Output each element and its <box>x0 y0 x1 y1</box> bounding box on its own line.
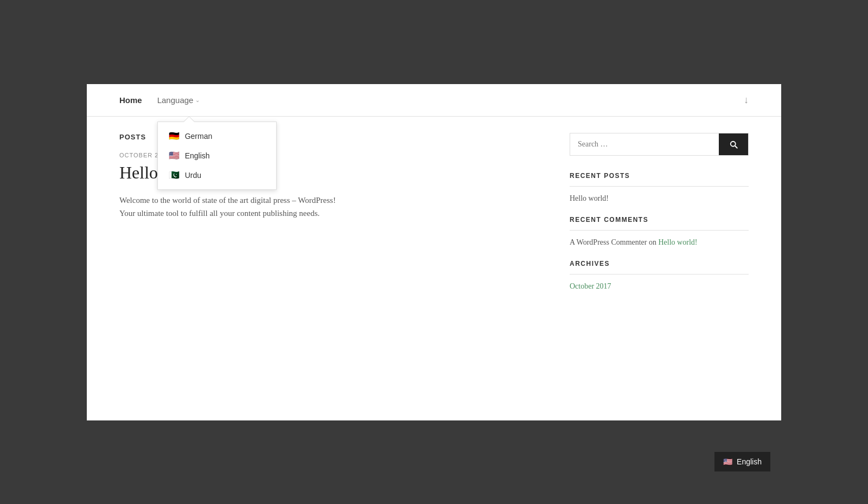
german-label: German <box>185 132 213 141</box>
search-button[interactable] <box>719 133 748 155</box>
recent-comments-title: RECENT COMMENTS <box>570 216 749 224</box>
archive-item[interactable]: October 2017 <box>570 282 749 291</box>
recent-posts-divider <box>570 186 749 187</box>
post-excerpt: Welcome to the world of state of the art… <box>119 194 537 220</box>
german-flag-icon: 🇩🇪 <box>169 132 180 140</box>
recent-comments-section: RECENT COMMENTS A WordPress Commenter on… <box>570 216 749 247</box>
english-badge-flag-icon: 🇺🇸 <box>723 457 732 466</box>
post-excerpt-line2: Your ultimate tool to fulfill all your c… <box>119 209 320 218</box>
archives-divider <box>570 274 749 275</box>
right-sidebar: RECENT POSTS Hello world! RECENT COMMENT… <box>570 133 749 304</box>
recent-comments-divider <box>570 230 749 231</box>
post-excerpt-line1: Welcome to the world of state of the art… <box>119 196 336 205</box>
recent-post-item[interactable]: Hello world! <box>570 194 749 203</box>
archives-title: ARCHIVES <box>570 260 749 267</box>
english-badge-label: English <box>737 457 762 466</box>
archives-section: ARCHIVES October 2017 <box>570 260 749 291</box>
search-input[interactable] <box>570 133 719 155</box>
nav-bar: Home Language ⌄ 🇩🇪 German 🇺🇸 English 🇵🇰 <box>87 84 781 117</box>
language-option-german[interactable]: 🇩🇪 German <box>158 126 276 146</box>
english-label: English <box>185 151 210 160</box>
nav-home-link[interactable]: Home <box>119 95 142 105</box>
language-option-urdu[interactable]: 🇵🇰 Urdu <box>158 165 276 185</box>
urdu-flag-icon: 🇵🇰 <box>169 171 180 179</box>
chevron-down-icon: ⌄ <box>195 97 200 103</box>
nav-language-button[interactable]: Language ⌄ <box>157 95 200 105</box>
recent-posts-section: RECENT POSTS Hello world! <box>570 172 749 203</box>
nav-language-wrapper: Language ⌄ 🇩🇪 German 🇺🇸 English 🇵🇰 Urdu <box>157 95 200 105</box>
comment-post-link[interactable]: Hello world! <box>659 238 698 246</box>
search-bar <box>570 133 749 156</box>
language-dropdown: 🇩🇪 German 🇺🇸 English 🇵🇰 Urdu <box>157 122 277 190</box>
language-option-english[interactable]: 🇺🇸 English <box>158 146 276 165</box>
english-flag-icon: 🇺🇸 <box>169 152 180 160</box>
scroll-down-icon: ↓ <box>744 94 749 106</box>
urdu-label: Urdu <box>185 171 201 180</box>
english-badge[interactable]: 🇺🇸 English <box>714 452 770 471</box>
nav-language-label: Language <box>157 95 194 105</box>
browser-window: Home Language ⌄ 🇩🇪 German 🇺🇸 English 🇵🇰 <box>87 84 781 420</box>
search-icon <box>729 139 738 149</box>
recent-posts-title: RECENT POSTS <box>570 172 749 180</box>
recent-comment-item[interactable]: A WordPress Commenter on Hello world! <box>570 238 749 247</box>
